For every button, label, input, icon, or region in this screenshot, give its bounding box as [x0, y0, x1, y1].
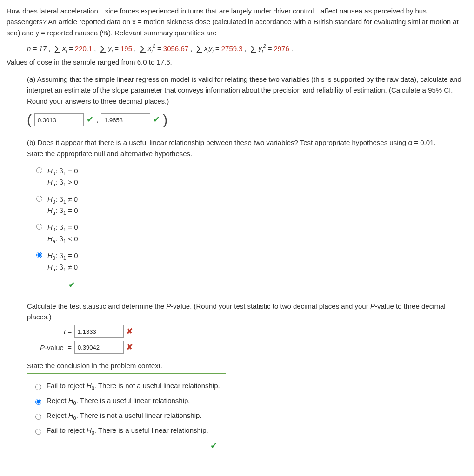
hyp-option-3[interactable]: H0: β1 = 0 Ha: β1 < 0 — [34, 222, 78, 245]
hyp-option-2[interactable]: H0: β1 ≠ 0 Ha: β1 = 0 — [34, 194, 78, 217]
problem-intro: How does lateral acceleration—side force… — [7, 6, 467, 38]
range-line: Values of dose in the sample ranged from… — [7, 57, 467, 67]
radio-concl-1[interactable] — [35, 384, 41, 390]
open-paren-icon: ( — [27, 109, 32, 131]
check-icon: ✔ — [153, 113, 160, 126]
cross-icon: ✘ — [127, 326, 133, 337]
check-icon: ✔ — [68, 280, 75, 290]
sigma-icon: Σ — [54, 41, 60, 57]
check-icon: ✔ — [210, 441, 217, 450]
radio-hyp-2[interactable] — [36, 196, 42, 202]
ci-upper-input[interactable] — [101, 113, 150, 126]
ci-answer-row: ( ✔ , ✔ ) — [27, 109, 467, 131]
concl-option-4[interactable]: Fail to reject H0. There is a useful lin… — [33, 425, 220, 437]
conclusion-prompt: State the conclusion in the problem cont… — [27, 360, 467, 371]
concl-option-2[interactable]: Reject H0. There is a useful linear rela… — [33, 395, 220, 407]
sigma-icon: Σ — [196, 41, 202, 57]
close-paren-icon: ) — [163, 109, 167, 131]
t-row: t = ✘ — [38, 325, 467, 338]
radio-concl-2[interactable] — [35, 399, 41, 405]
sum-x2-value: 3056.67 — [163, 43, 188, 54]
sigma-icon: Σ — [250, 41, 257, 57]
check-icon: ✔ — [87, 113, 93, 126]
n-label: n = 17 — [27, 43, 47, 54]
sigma-icon: Σ — [100, 41, 107, 57]
test-stat-prompt: Calculate the test statistic and determi… — [27, 301, 467, 323]
radio-hyp-3[interactable] — [36, 224, 42, 230]
ci-lower-input[interactable] — [34, 113, 84, 126]
radio-hyp-4[interactable] — [36, 252, 42, 258]
sum-xy-value: 2759.3 — [221, 43, 243, 54]
p-input[interactable] — [74, 341, 124, 354]
hyp-option-4[interactable]: H0: β1 = 0 Ha: β1 ≠ 0 — [34, 251, 78, 273]
p-row: P-value = ✘ — [27, 341, 467, 354]
t-input[interactable] — [74, 325, 124, 338]
radio-concl-3[interactable] — [35, 414, 41, 420]
t-label: t = — [38, 326, 72, 337]
part-a-prompt: (a) Assuming that the simple linear regr… — [27, 74, 467, 106]
sum-x-value: 220.1 — [75, 43, 93, 54]
hyp-option-1[interactable]: H0: β1 = 0 Ha: β1 > 0 — [34, 166, 78, 189]
radio-hyp-1[interactable] — [36, 167, 42, 173]
hypotheses-choice-box: H0: β1 = 0 Ha: β1 > 0 H0: β1 ≠ 0 Ha: β1 … — [27, 161, 85, 294]
sum-y-value: 195 — [120, 43, 132, 54]
part-b-prompt: (b) Does it appear that there is a usefu… — [27, 137, 467, 148]
radio-concl-4[interactable] — [35, 429, 41, 435]
cross-icon: ✘ — [127, 342, 133, 353]
hypotheses-prompt: State the appropriate null and alternati… — [27, 148, 467, 159]
concl-option-3[interactable]: Reject H0. There is not a useful linear … — [33, 410, 220, 422]
sum-y2-value: 2976 — [274, 43, 289, 54]
concl-option-1[interactable]: Fail to reject H0. There is not a useful… — [33, 380, 220, 392]
sigma-icon: Σ — [140, 41, 146, 57]
comma: , — [96, 114, 98, 125]
summary-quantities: n = 17, Σxi = 220.1, Σyi = 195, Σxi2 = 3… — [27, 41, 467, 57]
conclusion-choice-box: Fail to reject H0. There is not a useful… — [27, 373, 226, 455]
